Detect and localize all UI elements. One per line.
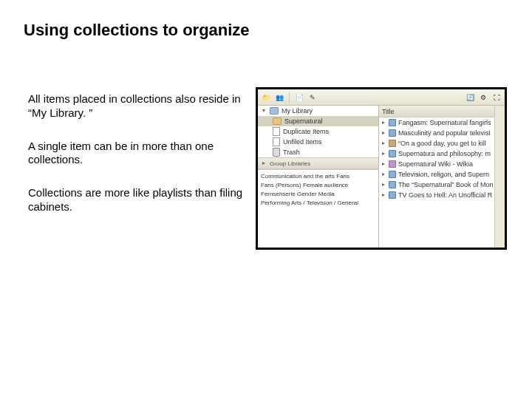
book-icon [389, 129, 396, 137]
new-group-icon: 👥 [274, 92, 284, 103]
library-icon [270, 107, 279, 115]
tag-line: Fernsehserie Gender Media [261, 190, 375, 199]
disclosure-icon: ▸ [381, 120, 386, 126]
wand-icon: ✎ [307, 92, 318, 103]
list-item: ▸ TV Goes to Hell: An Unofficial R [379, 190, 495, 200]
column-header: Title [379, 106, 495, 117]
toolbar: 📁 👥 📄 ✎ 🔄 ⚙ ⛶ [258, 89, 505, 106]
list-item: ▸ Supernatura and philosophy: m [379, 149, 495, 159]
book-icon [389, 191, 396, 199]
unfiled-icon [273, 137, 280, 146]
paragraph-1: All items placed in collections also res… [28, 92, 246, 120]
duplicates-icon [273, 127, 280, 136]
item-list: ▸ Fangasm: Supernatural fangirls ▸ Mascu… [379, 117, 495, 248]
content-panes: ▾ My Library Supernatural Duplicate Item… [258, 106, 505, 248]
disclosure-icon: ▸ [381, 182, 386, 188]
list-item: ▸ Supernatural Wiki - Wikia [379, 159, 495, 169]
library-root-row: ▾ My Library [258, 106, 378, 116]
list-item: ▸ Television, religon, and Supern [379, 169, 495, 180]
sync-icon: 🔄 [465, 92, 475, 103]
collection-trash: Trash [258, 147, 378, 157]
disclosure-icon: ▸ [381, 140, 386, 146]
item-title: Supernatural Wiki - Wikia [398, 160, 473, 168]
collection-label: Unfiled Items [283, 138, 322, 146]
left-pane: ▾ My Library Supernatural Duplicate Item… [258, 106, 379, 248]
tags-area: Communication and the arts Fans Fans (Pe… [258, 169, 378, 248]
item-title: Supernatura and philosophy: m [398, 150, 491, 157]
list-item: ▸ Masculinity and popular televisi [379, 128, 495, 138]
fullscreen-icon: ⛶ [491, 92, 502, 103]
new-collection-icon: 📁 [261, 92, 271, 103]
book-icon [389, 119, 396, 126]
paragraph-2: A single item can be in more than one co… [28, 140, 246, 168]
disclosure-icon: ▸ [381, 151, 386, 157]
new-item-icon: 📄 [294, 92, 304, 103]
library-tree: ▾ My Library Supernatural Duplicate Item… [258, 106, 378, 157]
list-item: ▸ “On a good day, you get to kill [379, 138, 495, 149]
page-title: Using collections to organize [24, 21, 250, 40]
collection-duplicates: Duplicate Items [258, 126, 378, 137]
group-libraries-header: ▸ Group Libraries [258, 157, 378, 169]
disclosure-icon: ▸ [261, 160, 267, 166]
disclosure-icon: ▸ [381, 130, 386, 136]
toolbar-separator [289, 92, 290, 103]
collection-supernatural: Supernatural [258, 116, 378, 126]
collection-unfiled: Unfiled Items [258, 137, 378, 147]
disclosure-icon: ▾ [261, 108, 267, 114]
library-root-label: My Library [282, 107, 313, 115]
collection-label: Duplicate Items [283, 128, 329, 135]
tag-line: Fans (Persons) Female audience [261, 181, 375, 190]
right-pane: Title ▸ Fangasm: Supernatural fangirls ▸… [379, 106, 495, 248]
trash-icon [273, 148, 280, 157]
collection-label: Supernatural [284, 117, 323, 125]
tag-line: Communication and the arts Fans [261, 172, 375, 181]
disclosure-icon: ▸ [381, 171, 386, 177]
gear-icon: ⚙ [478, 92, 488, 103]
scrollbar [494, 106, 505, 248]
item-title: “On a good day, you get to kill [398, 140, 486, 147]
disclosure-icon: ▸ [381, 161, 386, 167]
book-icon [389, 140, 396, 147]
item-title: The “Supernatural” Book of Mon [398, 181, 494, 188]
item-title: TV Goes to Hell: An Unofficial R [398, 191, 492, 199]
item-title: Masculinity and popular televisi [398, 129, 491, 137]
text-column: All items placed in collections also res… [28, 92, 246, 233]
list-item: ▸ Fangasm: Supernatural fangirls [379, 117, 495, 128]
tag-line: Performing Arts / Television / General [261, 199, 375, 208]
book-icon [389, 150, 396, 157]
zotero-screenshot: 📁 👥 📄 ✎ 🔄 ⚙ ⛶ ▾ My Library Supernatural [256, 87, 507, 250]
book-icon [389, 160, 396, 168]
item-title: Fangasm: Supernatural fangirls [398, 119, 491, 126]
item-title: Television, religon, and Supern [398, 171, 489, 178]
book-icon [389, 171, 396, 178]
collection-label: Trash [283, 149, 300, 156]
paragraph-3: Collections are more like playlists than… [28, 186, 246, 214]
folder-icon [273, 117, 282, 125]
column-title-label: Title [382, 108, 395, 115]
list-item: ▸ The “Supernatural” Book of Mon [379, 180, 495, 190]
disclosure-icon: ▸ [381, 192, 386, 198]
book-icon [389, 181, 396, 188]
group-header-label: Group Libraries [270, 160, 310, 167]
